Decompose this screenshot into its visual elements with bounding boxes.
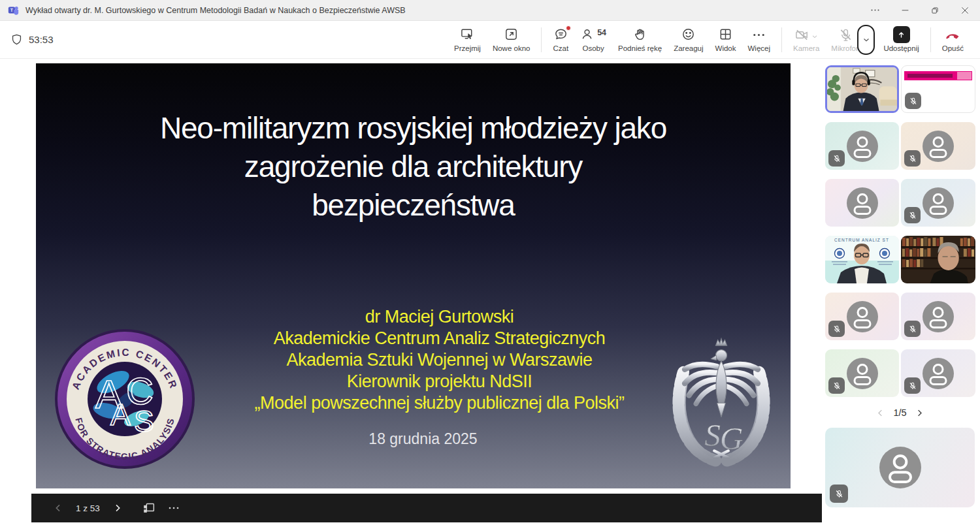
participants-sidebar: CENTRUM ANALIZ ST <box>822 59 980 525</box>
slide-title-line: bezpieczeństwa <box>36 186 791 225</box>
chat-notification-dot <box>566 25 571 31</box>
participant-tile[interactable] <box>825 293 899 340</box>
participant-video[interactable]: CENTRUM ANALIZ ST <box>825 236 899 283</box>
presentation-slide: Neo-militaryzm rosyjskiej młodzieży jako… <box>36 63 791 488</box>
takeover-button[interactable]: Przejmij <box>448 27 487 52</box>
slide-title-line: Neo-militaryzm rosyjskiej młodzieży jako <box>36 109 791 148</box>
camera-label: Kamera <box>793 44 819 52</box>
acas-letter: S <box>134 404 154 438</box>
slide-sorter-button[interactable] <box>138 497 160 519</box>
participant-tile[interactable] <box>901 349 975 397</box>
react-button[interactable]: Zareaguj <box>668 27 709 52</box>
avatar <box>923 358 954 389</box>
people-count: 54 <box>597 28 606 37</box>
view-button[interactable]: Widok <box>710 27 742 52</box>
meeting-toolbar: 53:53 Przejmij Nowe okno Czat <box>0 21 980 59</box>
raise-hand-button[interactable]: Podnieś rękę <box>612 27 668 52</box>
participant-tile[interactable] <box>901 293 975 340</box>
window-title-bar: T Wykład otwarty dr. M. Gurtowskiego w C… <box>0 0 980 21</box>
mic-off-icon <box>832 154 841 163</box>
mic-muted-badge <box>828 377 845 394</box>
participant-tile[interactable] <box>901 179 975 227</box>
slide-more-options-button[interactable] <box>163 497 185 519</box>
participant-tile[interactable] <box>901 122 975 170</box>
camera-button[interactable]: Kamera <box>787 27 825 52</box>
restore-button[interactable] <box>920 0 950 20</box>
teams-app-icon: T <box>8 5 19 16</box>
slide-sorter-icon <box>142 501 156 515</box>
participant-tile[interactable] <box>825 349 899 397</box>
mic-muted-badge <box>830 485 848 503</box>
share-button[interactable]: Udostępnij <box>877 27 924 52</box>
avatar <box>847 301 878 332</box>
new-window-button[interactable]: Nowe okno <box>487 27 536 52</box>
more-dots-icon <box>751 27 766 42</box>
more-button[interactable]: Więcej <box>742 27 777 52</box>
minimize-button[interactable] <box>890 0 920 20</box>
previous-slide-button[interactable] <box>47 497 69 519</box>
people-icon <box>580 27 595 42</box>
chat-button[interactable]: Czat <box>547 27 574 52</box>
mic-muted-badge <box>828 321 845 337</box>
camera-chevron-icon[interactable] <box>811 33 819 40</box>
acas-logo: A C A S ACADEMIC CENTER FOR STRATEGIC AN… <box>52 326 197 471</box>
avatar <box>923 131 954 162</box>
chat-label: Czat <box>553 44 568 52</box>
meeting-main-area: Neo-militaryzm rosyjskiej młodzieży jako… <box>0 59 980 525</box>
chevron-right-icon <box>112 503 123 513</box>
share-label: Udostępnij <box>883 44 919 52</box>
more-label: Więcej <box>748 44 771 52</box>
avatar <box>879 447 921 488</box>
hang-up-icon <box>945 27 961 43</box>
mic-muted-badge <box>904 321 921 337</box>
avatar <box>847 358 878 389</box>
window-title: Wykład otwarty dr. M. Gurtowskiego w Cen… <box>25 6 406 15</box>
timer-value: 53:53 <box>29 34 54 45</box>
mic-off-icon <box>908 381 917 390</box>
pager-next-icon[interactable] <box>915 408 924 418</box>
self-video-tile[interactable] <box>825 428 975 507</box>
avatar <box>923 187 954 219</box>
author-line: dr Maciej Gurtowski <box>88 306 791 328</box>
video-feed-bookshelf <box>901 236 975 283</box>
mic-off-icon <box>832 381 841 390</box>
mic-devices-chevron-button[interactable] <box>857 25 875 55</box>
slide-title-line: zagrożenie dla architektury <box>36 148 791 186</box>
acas-letter: A <box>110 398 131 432</box>
pager-previous-icon[interactable] <box>875 408 885 418</box>
leave-button[interactable]: Opuść <box>936 27 970 52</box>
people-button[interactable]: 54 Osoby <box>574 27 612 52</box>
next-slide-button[interactable] <box>106 497 129 519</box>
svg-text:S: S <box>704 417 721 453</box>
eagle-emblem: S G <box>665 326 777 475</box>
participants-pager: 1/5 <box>825 404 975 422</box>
camera-off-icon <box>794 27 809 42</box>
new-window-icon <box>504 27 519 42</box>
avatar <box>923 301 954 332</box>
close-button[interactable] <box>950 0 980 20</box>
titlebar-more-button[interactable] <box>860 0 890 20</box>
participants-grid: CENTRUM ANALIZ ST <box>825 65 975 397</box>
mic-muted-badge <box>905 93 921 109</box>
mic-muted-badge <box>904 377 921 394</box>
react-label: Zareaguj <box>674 44 703 52</box>
participant-video-active-speaker[interactable] <box>825 65 899 113</box>
takeover-icon <box>460 27 475 42</box>
slide-navigation-bar: 1 z 53 <box>31 494 822 522</box>
mic-button[interactable]: Mikrofon <box>825 27 860 52</box>
mic-off-icon <box>908 325 917 334</box>
mic-off-icon <box>832 325 841 334</box>
participant-tile[interactable] <box>825 179 899 227</box>
participant-tile-content-share[interactable] <box>901 65 975 113</box>
react-smiley-icon <box>681 27 696 42</box>
toolbar-separator <box>541 27 542 52</box>
presentation-stage: Neo-militaryzm rosyjskiej młodzieży jako… <box>0 59 822 525</box>
takeover-label: Przejmij <box>454 44 481 52</box>
participant-tile[interactable] <box>825 122 899 170</box>
pager-position: 1/5 <box>893 407 906 418</box>
participant-video[interactable] <box>901 236 975 283</box>
video-feed-backdrop-speaker: CENTRUM ANALIZ ST <box>825 236 899 283</box>
toolbar-separator <box>930 27 931 52</box>
mic-off-icon <box>908 211 917 220</box>
shared-document-banner <box>904 71 972 80</box>
